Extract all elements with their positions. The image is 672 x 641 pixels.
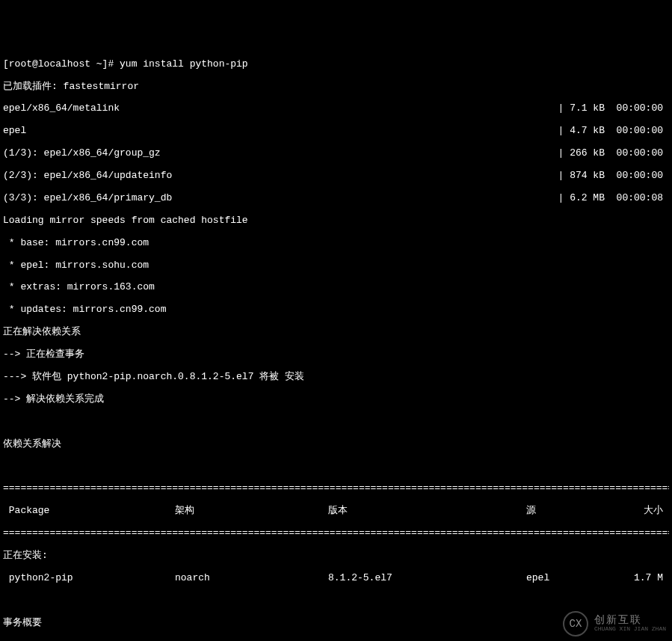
blank-line	[3, 595, 669, 607]
download-row: (1/3): epel/x86_64/group_gz| 266 kB 00:0…	[3, 148, 669, 159]
resolve-line: ---> 软件包 python2-pip.noarch.0.8.1.2-5.el…	[3, 372, 669, 383]
watermark-text-en: CHUANG XIN JIAN ZHAN	[594, 626, 666, 633]
resolve-line: --> 正在检查事务	[3, 349, 669, 361]
download-row: (2/3): epel/x86_64/updateinfo| 874 kB 00…	[3, 171, 669, 182]
watermark: CX 创新互联 CHUANG XIN JIAN ZHAN	[563, 611, 666, 637]
blank-line	[3, 417, 669, 428]
dep-done-line: 依赖关系解决	[3, 439, 669, 450]
watermark-text-cn: 创新互联	[594, 615, 666, 626]
mirror-line: * updates: mirrors.cn99.com	[3, 304, 669, 316]
separator: ========================================…	[3, 528, 669, 539]
download-row: epel| 4.7 kB 00:00:00	[3, 126, 669, 137]
terminal-output: [root@localhost ~]# yum install python-p…	[3, 48, 669, 641]
plugin-line: 已加载插件: fastestmirror	[3, 82, 669, 93]
loading-line: Loading mirror speeds from cached hostfi…	[3, 215, 669, 227]
installing-label: 正在安装:	[3, 550, 669, 562]
separator: ========================================…	[3, 483, 669, 494]
mirror-line: * base: mirrors.cn99.com	[3, 238, 669, 249]
download-row: (3/3): epel/x86_64/primary_db| 6.2 MB 00…	[3, 193, 669, 204]
download-row: epel/x86_64/metalink| 7.1 kB 00:00:00	[3, 103, 669, 114]
prompt-line: [root@localhost ~]# yum install python-p…	[3, 59, 669, 70]
resolve-line: --> 解决依赖关系完成	[3, 394, 669, 405]
mirror-line: * epel: mirrors.sohu.com	[3, 260, 669, 272]
resolve-line: 正在解决依赖关系	[3, 327, 669, 338]
watermark-logo-icon: CX	[563, 611, 588, 637]
table-row: python2-pipnoarch8.1.2-5.el7epel1.7 M	[3, 573, 669, 584]
mirror-line: * extras: mirrors.163.com	[3, 282, 669, 293]
blank-line	[3, 461, 669, 472]
table-header: Package架构版本源大小	[3, 506, 669, 517]
